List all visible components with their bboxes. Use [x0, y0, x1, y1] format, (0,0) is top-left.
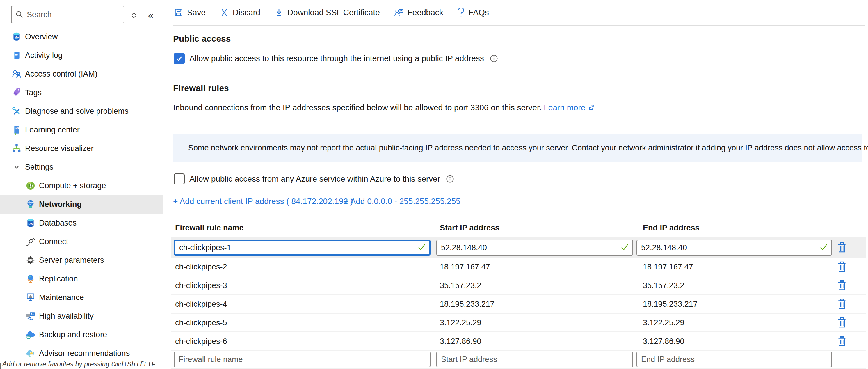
firewall-rule-row: ch-clickpipes-63.127.86.903.127.86.90 — [171, 332, 866, 351]
rule-name-cell: ch-clickpipes-3 — [175, 281, 227, 290]
command-bar: SaveDiscardDownload SSL CertificateFeedb… — [174, 0, 489, 25]
rule-name-input[interactable] — [175, 241, 429, 254]
azure-services-checkbox-label: Allow public access from any Azure servi… — [189, 174, 440, 184]
discard-button[interactable]: Discard — [220, 8, 260, 17]
learn-more-link[interactable]: Learn more — [544, 103, 585, 112]
valid-check-icon — [418, 243, 426, 252]
valid-check-icon — [621, 243, 629, 252]
feedback-button[interactable]: Feedback — [394, 8, 443, 17]
start-ip-cell: 3.127.86.90 — [440, 337, 482, 346]
end-ip-cell: 3.122.25.29 — [643, 318, 684, 327]
public-access-heading: Public access — [173, 34, 231, 44]
new-rule-name-input[interactable] — [175, 352, 430, 367]
faqs-button[interactable]: FAQs — [457, 7, 489, 18]
toolbar-button-label: Save — [187, 8, 206, 17]
delete-rule-button[interactable] — [835, 278, 848, 293]
download-icon — [274, 8, 284, 17]
rule-name-input-wrap — [174, 240, 431, 255]
firewall-rule-row: ch-clickpipes-53.122.25.293.122.25.29 — [171, 314, 866, 332]
info-icon[interactable] — [490, 54, 498, 63]
new-start-ip-input-wrap — [436, 351, 633, 367]
rule-name-cell: ch-clickpipes-2 — [175, 262, 227, 271]
start-ip-input-wrap — [436, 240, 633, 255]
delete-rule-button[interactable] — [835, 316, 848, 330]
feedback-icon — [394, 8, 404, 17]
save-button[interactable]: Save — [174, 8, 206, 17]
new-end-ip-input[interactable] — [637, 352, 831, 367]
add-client-ip-link[interactable]: + Add current client IP address ( 84.172… — [173, 197, 353, 206]
column-header-start-ip: Start IP address — [440, 223, 499, 233]
rule-name-cell: ch-clickpipes-6 — [175, 337, 227, 346]
delete-rule-button[interactable] — [835, 241, 848, 255]
faq-icon — [457, 7, 465, 18]
azure-services-checkbox[interactable] — [174, 174, 185, 185]
download-ssl-certificate-button[interactable]: Download SSL Certificate — [274, 8, 380, 17]
info-banner: Some network environments may not report… — [173, 133, 862, 162]
end-ip-cell: 18.195.233.217 — [643, 300, 698, 308]
start-ip-cell: 3.122.25.29 — [440, 318, 482, 327]
end-ip-cell: 35.157.23.2 — [643, 281, 684, 290]
add-all-ips-link[interactable]: + Add 0.0.0.0 - 255.255.255.255 — [344, 197, 461, 206]
firewall-rules-table: ch-clickpipes-218.197.167.4718.197.167.4… — [171, 238, 866, 369]
discard-icon — [220, 8, 229, 17]
info-icon[interactable] — [446, 175, 454, 183]
column-header-rule-name: Firewall rule name — [175, 223, 244, 233]
end-ip-input[interactable] — [637, 240, 831, 255]
public-access-checkbox-label: Allow public access to this resource thr… — [189, 54, 484, 63]
end-ip-cell: 3.127.86.90 — [643, 337, 684, 346]
firewall-description: Inbound connections from the IP addresse… — [173, 103, 595, 113]
info-banner-text: Some network environments may not report… — [188, 144, 868, 153]
trash-icon — [837, 242, 847, 253]
valid-check-icon — [820, 243, 828, 252]
trash-icon — [837, 317, 847, 328]
new-end-ip-input-wrap — [637, 351, 832, 367]
delete-rule-button[interactable] — [835, 297, 848, 311]
toolbar-button-label: Download SSL Certificate — [287, 8, 380, 17]
rule-name-cell: ch-clickpipes-5 — [175, 318, 227, 327]
new-rule-name-input-wrap — [174, 351, 431, 367]
start-ip-cell: 18.195.233.217 — [440, 300, 495, 308]
column-header-end-ip: End IP address — [643, 223, 700, 233]
firewall-rule-row: ch-clickpipes-335.157.23.235.157.23.2 — [171, 276, 866, 295]
end-ip-cell: 18.197.167.47 — [643, 262, 693, 271]
external-link-icon — [587, 103, 595, 113]
add-ip-links: + Add current client IP address ( 84.172… — [0, 197, 868, 208]
delete-rule-button[interactable] — [835, 334, 848, 348]
public-access-checkbox-row: Allow public access to this resource thr… — [174, 53, 498, 64]
firewall-rule-row: ch-clickpipes-418.195.233.21718.195.233.… — [171, 295, 866, 314]
end-ip-input-wrap — [637, 240, 832, 255]
trash-icon — [837, 299, 847, 310]
start-ip-input[interactable] — [437, 240, 632, 255]
toolbar-button-label: FAQs — [469, 8, 489, 17]
firewall-rule-row: ch-clickpipes-218.197.167.4718.197.167.4… — [171, 258, 866, 276]
new-start-ip-input[interactable] — [437, 352, 632, 367]
toolbar-button-label: Feedback — [407, 8, 443, 17]
delete-rule-button[interactable] — [835, 260, 848, 274]
toolbar-divider — [173, 25, 865, 26]
public-access-checkbox[interactable] — [174, 53, 185, 64]
trash-icon — [837, 261, 847, 272]
networking-blade: SaveDiscardDownload SSL CertificateFeedb… — [0, 0, 868, 369]
toolbar-button-label: Discard — [233, 8, 260, 17]
trash-icon — [837, 336, 847, 347]
start-ip-cell: 35.157.23.2 — [440, 281, 482, 290]
save-icon — [174, 8, 183, 17]
rule-name-cell: ch-clickpipes-4 — [175, 300, 227, 308]
start-ip-cell: 18.197.167.47 — [440, 262, 490, 271]
trash-icon — [837, 280, 847, 291]
firewall-rules-heading: Firewall rules — [173, 83, 229, 93]
azure-services-checkbox-row: Allow public access from any Azure servi… — [174, 174, 454, 185]
